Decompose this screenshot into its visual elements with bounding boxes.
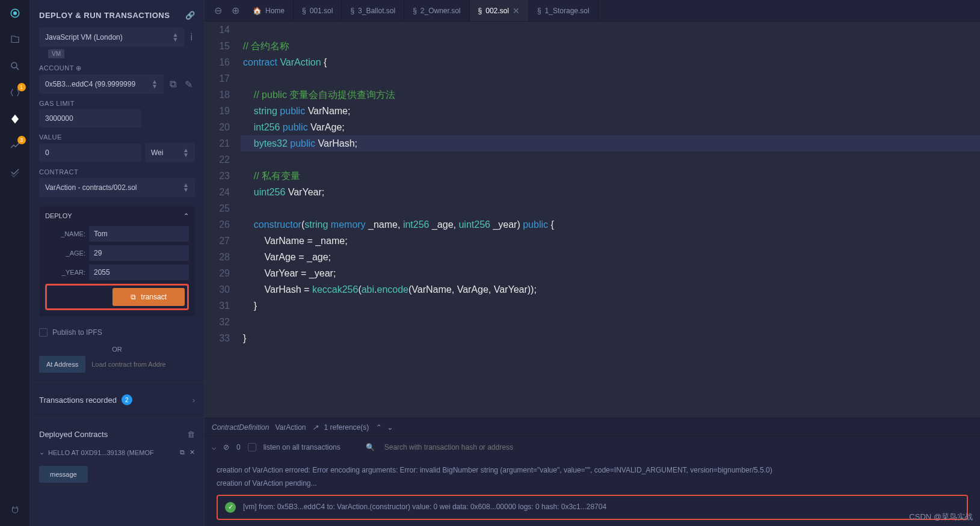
gas-label: GAS LIMIT	[39, 100, 195, 107]
param-row: _NAME:	[45, 226, 189, 242]
tab-002-sol[interactable]: §002.sol✕	[470, 0, 529, 21]
param-label: _YEAR:	[45, 269, 85, 276]
edit-icon[interactable]: ✎	[182, 76, 195, 93]
checkbox-icon[interactable]	[248, 443, 256, 451]
transact-highlight: ⧉transact	[45, 284, 189, 310]
search-icon[interactable]: 🔍	[366, 443, 375, 451]
terminal-search[interactable]	[382, 441, 562, 454]
close-icon[interactable]: ✕	[513, 6, 520, 16]
close-icon[interactable]: ✕	[190, 448, 195, 456]
tab-Home[interactable]: 🏠Home	[244, 0, 294, 21]
svg-point-2	[11, 63, 17, 68]
sol-icon: §	[413, 7, 417, 15]
remix-logo-icon[interactable]	[8, 6, 22, 20]
tab-3_Ballot-sol[interactable]: §3_Ballot.sol	[342, 0, 404, 21]
trash-icon[interactable]: 🗑	[187, 430, 195, 439]
value-unit-select[interactable]: Wei▲▼	[145, 143, 195, 162]
icon-sidebar: 1 3	[0, 0, 30, 526]
panel-title: DEPLOY & RUN TRANSACTIONS 🔗	[30, 6, 204, 25]
check-icon: ✓	[225, 502, 236, 513]
copy-icon[interactable]: ⧉	[180, 448, 185, 456]
copy-icon: ⧉	[131, 293, 136, 301]
file-explorer-icon[interactable]	[8, 32, 22, 47]
tab-bar: ⊖ ⊕ 🏠Home§001.sol§3_Ballot.sol§2_Owner.s…	[205, 0, 980, 22]
sol-icon: §	[478, 7, 482, 15]
count-badge: 2	[122, 394, 132, 405]
param-input[interactable]	[89, 245, 189, 261]
value-label: VALUE	[39, 133, 195, 141]
svg-point-1	[13, 11, 17, 15]
at-address-input[interactable]	[89, 356, 195, 373]
param-label: _AGE:	[45, 249, 85, 257]
chevron-down-icon[interactable]: ⌄	[387, 423, 393, 432]
copy-icon[interactable]: ⧉	[167, 76, 179, 92]
transact-button[interactable]: ⧉transact	[112, 288, 185, 306]
code-editor[interactable]: 1415161718192021222324252627282930313233…	[205, 22, 980, 418]
checkbox-icon	[39, 328, 48, 337]
param-row: _YEAR:	[45, 265, 189, 280]
terminal-output: creation of VarAction errored: Error enc…	[205, 458, 980, 526]
sol-icon: §	[302, 7, 306, 15]
sol-icon: §	[537, 7, 541, 15]
info-icon[interactable]: i	[188, 29, 195, 45]
watermark: CSDN @菜鸟实战	[909, 512, 973, 522]
tab-2_Owner-sol[interactable]: §2_Owner.sol	[404, 0, 469, 21]
terminal: ⌵ ⊘ 0 listen on all transactions 🔍 creat…	[205, 436, 980, 526]
gas-input[interactable]	[39, 109, 141, 127]
deployed-contracts-header: Deployed Contracts 🗑	[30, 424, 204, 445]
code-body: // 合约名称contract VarAction { // public 变量…	[241, 22, 980, 418]
deploy-section: DEPLOY⌃ _NAME:_AGE:_YEAR: ⧉transact	[39, 206, 195, 316]
deployed-contract-item[interactable]: ⌄ HELLO AT 0XD91...39138 (MEMOF ⧉✕	[30, 445, 204, 460]
value-input[interactable]	[39, 144, 141, 162]
success-log[interactable]: ✓[vm] from: 0x5B3...eddC4 to: VarAction.…	[217, 495, 968, 520]
param-label: _NAME:	[45, 230, 85, 237]
link-icon[interactable]: 🔗	[185, 11, 196, 20]
zoom-in-icon[interactable]: ⊕	[227, 5, 244, 16]
badge: 1	[17, 83, 26, 91]
main-area: ⊖ ⊕ 🏠Home§001.sol§3_Ballot.sol§2_Owner.s…	[205, 0, 980, 526]
collapse-icon[interactable]: ⌃	[183, 212, 189, 220]
check-icon[interactable]	[8, 165, 22, 179]
account-select[interactable]: 0x5B3...eddC4 (99.9999999▲▼	[39, 75, 164, 94]
zoom-out-icon[interactable]: ⊖	[209, 5, 227, 16]
clear-icon[interactable]: ⊘	[223, 443, 229, 451]
deploy-icon[interactable]	[8, 112, 22, 126]
chevron-up-icon[interactable]: ⌃	[375, 423, 381, 432]
or-divider: OR	[30, 343, 204, 356]
publish-ipfs-checkbox[interactable]: Publish to IPFS	[30, 322, 204, 343]
tab-001-sol[interactable]: §001.sol	[294, 0, 342, 21]
contract-select[interactable]: VarAction - contracts/002.sol▲▼	[39, 178, 195, 197]
debugger-icon[interactable]: 3	[8, 138, 22, 153]
environment-select[interactable]: JavaScript VM (London)▲▼	[39, 28, 184, 47]
breadcrumb: ContractDefinition VarAction ↗ 1 referen…	[205, 418, 980, 436]
listen-label: listen on all transactions	[263, 443, 341, 451]
vm-badge: VM	[48, 49, 64, 58]
compiler-icon[interactable]: 1	[8, 85, 22, 100]
at-address-button[interactable]: At Address	[39, 356, 85, 373]
chevron-updown-icon: ▲▼	[173, 32, 179, 42]
plus-icon[interactable]: ⊕	[76, 64, 82, 72]
panel-title-text: DEPLOY & RUN TRANSACTIONS	[39, 11, 170, 20]
deploy-title: DEPLOY	[45, 212, 72, 220]
account-label: ACCOUNT ⊕	[39, 64, 195, 72]
line-gutter: 1415161718192021222324252627282930313233	[205, 22, 241, 418]
sol-icon: §	[350, 7, 354, 15]
pending-count: 0	[236, 443, 241, 451]
param-input[interactable]	[89, 265, 189, 280]
chevron-down-icon: ⌄	[39, 448, 45, 456]
tab-1_Storage-sol[interactable]: §1_Storage.sol	[529, 0, 599, 21]
collapse-icon[interactable]: ⌵	[212, 443, 216, 451]
param-input[interactable]	[89, 226, 189, 242]
plugin-icon[interactable]	[8, 503, 22, 517]
home-icon: 🏠	[253, 7, 262, 15]
contract-label: CONTRACT	[39, 168, 195, 176]
deploy-panel: DEPLOY & RUN TRANSACTIONS 🔗 JavaScript V…	[30, 0, 205, 526]
transactions-recorded[interactable]: Transactions recorded 2 ›	[30, 388, 204, 411]
chevron-right-icon: ›	[193, 396, 195, 405]
search-icon[interactable]	[8, 59, 22, 73]
badge: 3	[17, 136, 26, 144]
share-icon[interactable]: ↗	[312, 423, 318, 432]
message-button[interactable]: message	[39, 466, 88, 483]
param-row: _AGE:	[45, 245, 189, 261]
